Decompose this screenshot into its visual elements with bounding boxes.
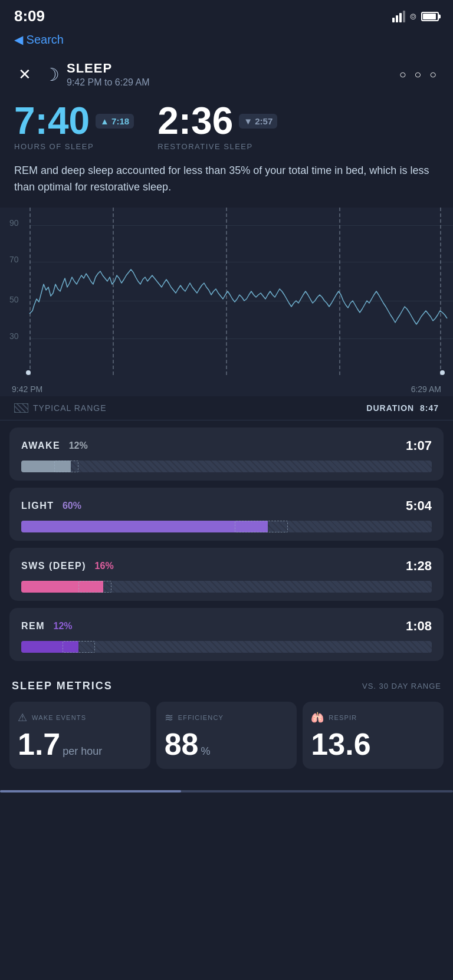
restorative-sleep-label: RESTORATIVE SLEEP [157, 142, 277, 151]
scroll-thumb [0, 790, 181, 792]
hours-of-sleep-badge: ▲ 7:18 [96, 114, 134, 129]
metrics-header: SLEEP METRICS VS. 30 DAY RANGE [9, 680, 444, 692]
stage-bar-1 [21, 521, 268, 532]
header: ✕ ☽ SLEEP 9:42 PM to 6:29 AM ○ ○ ○ [0, 54, 453, 97]
battery-icon [421, 12, 439, 21]
stage-card-rem: REM 12% 1:08 [9, 608, 444, 661]
back-link[interactable]: ◀ Search [0, 30, 453, 54]
stage-time-1: 5:04 [406, 498, 432, 514]
typical-range-2 [78, 581, 111, 593]
header-title-block: SLEEP 9:42 PM to 6:29 AM [67, 61, 399, 88]
status-icons: ⌾ [392, 10, 439, 22]
metric-label-1: EFFICIENCY [178, 714, 224, 721]
stage-name-3: REM [21, 621, 45, 631]
header-title: SLEEP [67, 61, 399, 76]
stage-pct-3: 12% [54, 621, 73, 631]
metric-icon-1: ≋ [165, 711, 173, 724]
legend-duration-label: DURATION [366, 403, 414, 413]
stats-row: 7:40 ▲ 7:18 HOURS OF SLEEP 2:36 ▼ 2:57 R… [0, 97, 453, 163]
metrics-title: SLEEP METRICS [12, 680, 113, 692]
stage-cards: AWAKE 12% 1:07 LIGHT 60% 5:04 SWS (DEEP)… [0, 420, 453, 668]
restorative-sleep-value: 2:36 [157, 102, 233, 140]
metric-icon-0: ⚠ [18, 711, 27, 724]
metric-label-2: RESPIR [329, 714, 357, 721]
close-button[interactable]: ✕ [14, 64, 35, 85]
sleep-chart: 90 70 50 30 9:42 PM 6:29 AM [0, 208, 453, 396]
more-button[interactable]: ○ ○ ○ [399, 68, 439, 81]
metrics-subtitle: VS. 30 DAY RANGE [362, 682, 441, 690]
hours-of-sleep-stat: 7:40 ▲ 7:18 HOURS OF SLEEP [14, 102, 134, 151]
metric-card-efficiency: ≋ EFFICIENCY 88 % [156, 702, 297, 769]
metric-value-0: 1.7 [18, 729, 60, 759]
signal-icon [392, 11, 405, 22]
metrics-section: SLEEP METRICS VS. 30 DAY RANGE ⚠ WAKE EV… [0, 668, 453, 769]
chart-end-time: 6:29 AM [411, 384, 441, 394]
stage-bar-container-0 [21, 461, 432, 472]
legend-box-icon [14, 403, 28, 413]
stage-card-awake: AWAKE 12% 1:07 [9, 427, 444, 481]
typical-range-3 [63, 641, 96, 653]
stage-bar-container-2 [21, 581, 432, 593]
status-time: 8:09 [14, 7, 45, 25]
hours-of-sleep-value: 7:40 [14, 102, 90, 140]
stage-pct-2: 16% [95, 561, 114, 571]
stage-time-0: 1:07 [406, 438, 432, 453]
legend-typical: TYPICAL RANGE [14, 403, 107, 413]
stage-card-light: LIGHT 60% 5:04 [9, 488, 444, 541]
header-subtitle: 9:42 PM to 6:29 AM [67, 77, 399, 88]
legend-duration: DURATION 8:47 [366, 403, 439, 413]
stage-card-sws-(deep): SWS (DEEP) 16% 1:28 [9, 548, 444, 601]
stage-name-0: AWAKE [21, 440, 60, 450]
stage-name-2: SWS (DEEP) [21, 561, 86, 571]
chart-start-time: 9:42 PM [12, 384, 42, 394]
chart-start-dot [26, 370, 31, 375]
metric-label-0: WAKE EVENTS [32, 714, 86, 721]
hours-of-sleep-label: HOURS OF SLEEP [14, 142, 134, 151]
stage-time-3: 1:08 [406, 619, 432, 634]
metric-unit-1: % [201, 745, 211, 758]
metric-value-1: 88 [165, 729, 199, 759]
stage-pct-0: 12% [69, 440, 88, 450]
restorative-sleep-stat: 2:36 ▼ 2:57 RESTORATIVE SLEEP [157, 102, 277, 151]
wifi-icon: ⌾ [410, 10, 416, 22]
legend-duration-value: 8:47 [420, 403, 439, 413]
stage-pct-1: 60% [63, 501, 81, 511]
stage-time-2: 1:28 [406, 558, 432, 574]
stage-name-1: LIGHT [21, 501, 54, 511]
stage-bar-container-3 [21, 641, 432, 653]
status-bar: 8:09 ⌾ [0, 0, 453, 30]
metric-card-wake-events: ⚠ WAKE EVENTS 1.7 per hour [9, 702, 150, 769]
chart-end-dot [440, 370, 445, 375]
typical-range-0 [54, 461, 79, 472]
scroll-indicator [0, 790, 453, 792]
sleep-description: REM and deep sleep accounted for less th… [0, 163, 453, 208]
legend-row: TYPICAL RANGE DURATION 8:47 [0, 396, 453, 420]
heart-rate-waveform [0, 208, 453, 373]
metric-value-2: 13.6 [311, 729, 370, 759]
metric-unit-0: per hour [63, 745, 102, 758]
metric-icon-2: 🫁 [311, 711, 324, 724]
chart-time-labels: 9:42 PM 6:29 AM [0, 384, 453, 394]
scroll-area [0, 769, 453, 804]
metric-card-respir: 🫁 RESPIR 13.6 [303, 702, 444, 769]
typical-range-1 [235, 521, 288, 532]
stage-bar-container-1 [21, 521, 432, 532]
legend-typical-label: TYPICAL RANGE [33, 403, 107, 413]
restorative-sleep-badge: ▼ 2:57 [239, 114, 277, 129]
metrics-cards: ⚠ WAKE EVENTS 1.7 per hour ≋ EFFICIENCY … [9, 702, 444, 769]
moon-icon: ☽ [44, 64, 60, 85]
